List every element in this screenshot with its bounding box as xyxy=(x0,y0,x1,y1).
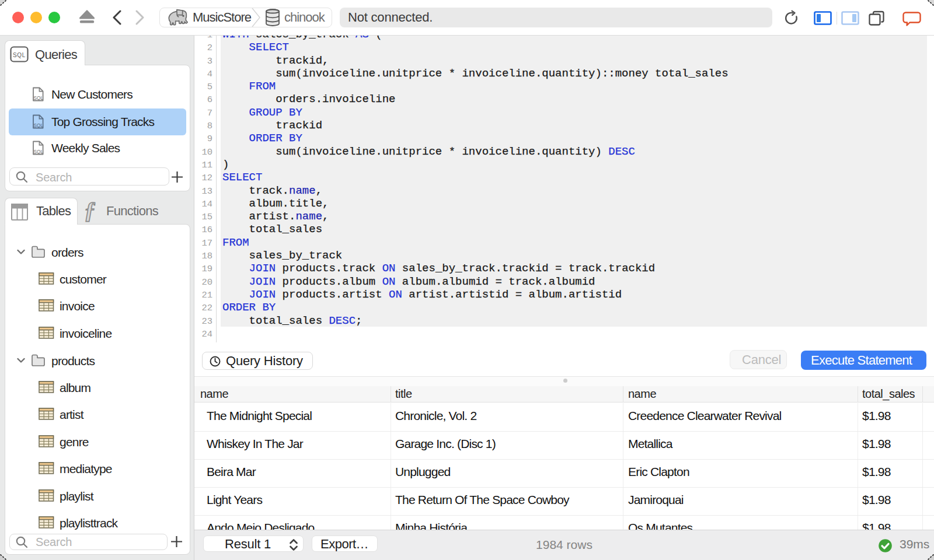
svg-text:SQL: SQL xyxy=(13,52,26,58)
